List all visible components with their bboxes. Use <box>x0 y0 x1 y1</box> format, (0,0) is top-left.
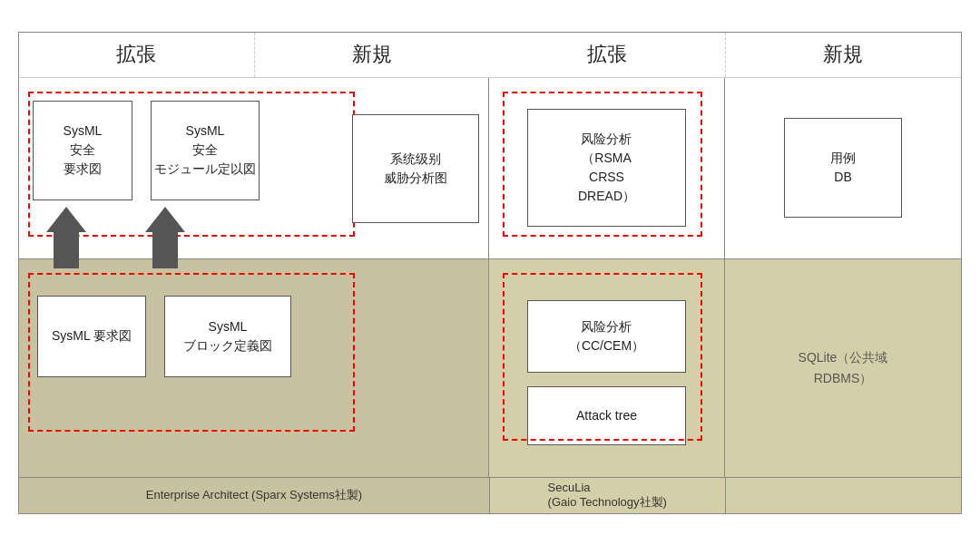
ea-bottom-inner: SysML 要求図 SysMLブロック定義図 <box>19 259 488 395</box>
arrow-body-right <box>152 232 178 268</box>
seculia-new-label: 新規 <box>823 41 863 68</box>
seculia-top-area: 风险分析（RSMACRSSDREAD） 用例DB <box>489 78 961 258</box>
arrow-up-left <box>46 207 86 268</box>
footer-sqlite-label <box>726 478 962 513</box>
seculia-new-bottom: SQLite（公共域RDBMS） <box>725 259 961 477</box>
sysml-block-box: SysMLブロック定義図 <box>164 296 291 377</box>
usecase-db-box: 用例DB <box>784 118 902 218</box>
arrow-up-right <box>145 207 185 268</box>
sysml-req-box: SysML 要求図 <box>37 296 146 377</box>
sysml-sec-mod-label: SysML安全モジュール定以図 <box>154 122 256 179</box>
header-ea-extension: 拡張 <box>19 33 255 77</box>
seculia-ext-bottom: 风险分析（CC/CEM） Attack tree <box>489 259 725 477</box>
threat-analysis-area: 系统级别威胁分析图 <box>352 114 479 223</box>
risk-analysis-top-label: 风险分析（RSMACRSSDREAD） <box>578 130 635 206</box>
attack-tree-label: Attack tree <box>576 406 637 425</box>
ea-footer-text: Enterprise Architect (Sparx Systems社製) <box>146 487 362 503</box>
arrow-head-left <box>46 207 86 232</box>
arrow-body-left <box>54 232 79 268</box>
ea-bottom-area: SysML 要求図 SysMLブロック定義図 <box>19 259 489 477</box>
usecase-db-label: 用例DB <box>830 149 856 187</box>
risk-cc-label: 风险分析（CC/CEM） <box>569 317 644 355</box>
footer-row: Enterprise Architect (Sparx Systems社製) S… <box>19 477 961 513</box>
footer-ea-label: Enterprise Architect (Sparx Systems社製) <box>19 478 490 513</box>
risk-cc-box: 风险分析（CC/CEM） <box>527 300 686 373</box>
footer-seculia-label: SecuLia(Gaio Technology社製) <box>490 478 726 513</box>
sysml-security-req-box: SysML安全要求図 <box>33 101 132 200</box>
header-seculia-extension: 拡張 <box>490 33 726 77</box>
seculia-ext-label: 拡張 <box>587 41 627 68</box>
seculia-ext-bottom-inner: 风险分析（CC/CEM） Attack tree <box>503 273 710 463</box>
arrows-area <box>19 205 364 268</box>
bottom-section: SysML 要求図 SysMLブロック定義図 风险分析（CC/CEM） Atta… <box>19 259 961 477</box>
sysml-req-label: SysML 要求図 <box>52 326 132 345</box>
sysml-security-mod-box: SysML安全モジュール定以図 <box>151 101 260 200</box>
arrow-head-right <box>145 207 185 232</box>
seculia-bottom-area: 风险分析（CC/CEM） Attack tree SQLite（公共域RDBMS… <box>489 259 961 477</box>
seculia-new-top: 用例DB <box>725 78 961 258</box>
threat-analysis-label: 系统级别威胁分析图 <box>384 150 447 188</box>
seculia-ext-top: 风险分析（RSMACRSSDREAD） <box>489 78 725 258</box>
risk-analysis-top-box: 风险分析（RSMACRSSDREAD） <box>527 109 686 227</box>
sysml-sec-req-label: SysML安全要求図 <box>64 122 103 179</box>
diagram-container: 拡張 新規 拡張 新規 SysML安全要求図 SysML安全モジュール定以図 <box>18 32 962 514</box>
ea-ext-label: 拡張 <box>116 41 156 68</box>
header-row: 拡張 新規 拡張 新規 <box>19 33 961 78</box>
header-seculia-new: 新規 <box>726 33 962 77</box>
threat-analysis-box: 系统级别威胁分析图 <box>352 114 479 223</box>
header-ea-new: 新規 <box>255 33 491 77</box>
ea-new-label: 新規 <box>352 41 392 68</box>
sysml-block-label: SysMLブロック定義図 <box>183 317 272 355</box>
sqlite-label: SQLite（公共域RDBMS） <box>799 347 888 388</box>
seculia-footer-text: SecuLia(Gaio Technology社製) <box>548 481 667 511</box>
attack-tree-box: Attack tree <box>527 386 686 445</box>
